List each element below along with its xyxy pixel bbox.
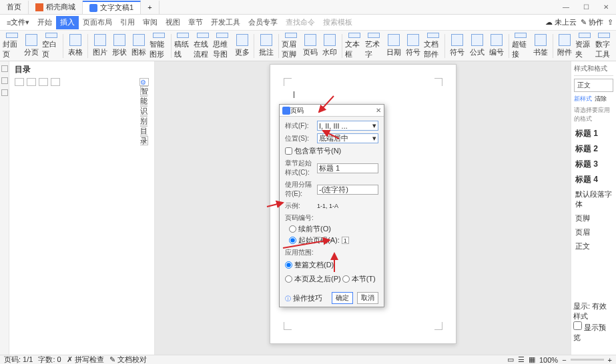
rb-equation[interactable]: 公式 [468,33,486,59]
close-button[interactable]: ✕ [596,3,616,11]
rb-bookmark[interactable]: 书签 [531,33,549,59]
style-h2[interactable]: 标题 2 [574,141,613,157]
nav-t1-icon[interactable] [15,78,24,86]
tab-new[interactable]: + [141,1,159,14]
menu-view[interactable]: 视图 [162,16,184,29]
rb-attach[interactable]: 附件 [556,33,574,59]
menu-searchtpl[interactable]: 搜索模板 [319,16,356,29]
menu-findcmd[interactable]: 查找命令 [282,16,319,29]
style-h1[interactable]: 标题 1 [574,126,613,141]
current-style[interactable]: 正文 [574,79,613,92]
menu-insert[interactable]: 插入 [56,16,79,29]
coop-button[interactable]: ✎ 协作 [581,17,603,27]
style-footer[interactable]: 页脚 [574,211,613,225]
radio-startat[interactable] [289,237,296,244]
rb-date[interactable]: 日期 [384,33,402,59]
nav-t3-icon[interactable] [39,78,48,86]
menu-vip[interactable]: 会员专享 [244,16,282,29]
rb-picture[interactable]: 图片 [91,33,109,59]
start-page-input[interactable] [342,237,349,244]
menu-review[interactable]: 审阅 [139,16,162,29]
rb-watermark[interactable]: 水印 [321,33,339,59]
style-body[interactable]: 正文 [574,239,613,253]
view-web-icon[interactable]: ▦ [529,355,535,364]
styles-hint: 请选择要应用的格式 [574,106,613,123]
rb-icon[interactable]: 图标 [130,33,148,59]
separator-select: -(连字符) [317,185,378,195]
nav-smart-link[interactable]: ⚙ 智能识别目录 [139,78,149,86]
rb-smartart[interactable]: 智能图形 [149,33,168,59]
view-print-icon[interactable]: ▭ [507,355,514,364]
menu-start[interactable]: 开始 [33,16,56,29]
menu-chapter[interactable]: 章节 [184,16,207,29]
tips-link[interactable]: ⓘ 操作技巧 [285,293,322,303]
rb-pagebreak[interactable]: 分页 [22,33,40,59]
window-controls: — ☐ ✕ [556,3,616,11]
rb-shape[interactable]: 形状 [110,33,128,59]
maximize-button[interactable]: ☐ [576,3,596,11]
rb-blank[interactable]: 空白页 [42,33,60,59]
tab-document[interactable]: 文字文稿1 [83,1,141,14]
cloud-status[interactable]: ☁ 未上云 [545,17,577,27]
view-read-icon[interactable]: ☰ [518,355,525,364]
zoom-value[interactable]: 100% [539,356,558,364]
rb-docparts[interactable]: 文档部件 [424,33,442,59]
menu-layout[interactable]: 页面布局 [79,16,116,29]
style-default[interactable]: 默认段落字体 [574,187,613,211]
tab-store[interactable]: 稻壳商城 [29,1,83,14]
menu-ref[interactable]: 引用 [116,16,139,29]
rail-nav-icon[interactable] [1,65,8,72]
dialog-close-icon[interactable]: ✕ [376,107,381,114]
new-style-link[interactable]: 新样式 [574,95,592,103]
radio-continue[interactable] [289,225,296,233]
preview-check[interactable] [573,321,582,330]
doc-icon [89,4,97,12]
radio-from[interactable] [285,275,292,283]
menu-file[interactable]: ≡ 文件 ▾ [3,16,33,29]
rb-resource[interactable]: 资源夹 [575,33,593,59]
clear-style-link[interactable]: 清除 [595,95,607,103]
chapter-checkbox[interactable] [285,147,292,155]
zoom-out-icon[interactable]: − [562,356,566,364]
nav-t2-icon[interactable] [27,78,36,86]
zoom-slider[interactable] [571,359,604,361]
left-rail [0,61,9,355]
rb-numtool[interactable]: 数字工具 [595,33,613,59]
status-words[interactable]: 字数: 0 [38,355,61,364]
cancel-button[interactable]: 取消 [357,292,378,304]
rb-symbol[interactable]: 符号 [404,33,422,59]
rail-select-icon[interactable] [1,77,8,84]
style-header[interactable]: 页眉 [574,225,613,239]
style-select[interactable]: I, II, III ...▾ [317,121,378,131]
position-select[interactable]: 底端居中▾ [317,133,378,143]
rb-gridline[interactable]: 稿纸线 [174,33,192,59]
rb-cover[interactable]: 封面页 [3,33,21,59]
menu-dev[interactable]: 开发工具 [207,16,244,29]
zoom-in-icon[interactable]: + [608,356,612,364]
nav-t4-icon[interactable] [51,78,60,86]
rb-wordart[interactable]: 艺术字 [365,33,383,59]
rb-comment[interactable]: 批注 [257,33,275,59]
rb-more[interactable]: 更多 [233,33,251,59]
rb-textbox[interactable]: 文本框 [345,33,363,59]
status-page[interactable]: 页码: 1/1 [4,355,33,364]
status-spell[interactable]: ✗ 拼写检查 [67,355,104,364]
style-h3[interactable]: 标题 3 [574,157,613,172]
rb-pagenum[interactable]: 页码 [301,33,319,59]
rb-flow[interactable]: 在线流程 [194,33,212,59]
radio-whole[interactable] [285,261,292,269]
style-h4[interactable]: 标题 4 [574,172,613,187]
minimize-button[interactable]: — [556,3,576,11]
rb-number[interactable]: 编号 [487,33,505,59]
rail-hand-icon[interactable] [1,89,8,96]
rb-link[interactable]: 超链接 [512,33,530,59]
ok-button[interactable]: 确定 [332,292,353,304]
share-icon[interactable]: ⇪ [607,18,613,27]
rb-mind[interactable]: 思维导图 [213,33,231,59]
rb-symbol2[interactable]: 符号 [448,33,466,59]
rb-headerfooter[interactable]: 页眉页脚 [282,33,300,59]
tab-home[interactable]: 首页 [0,1,29,14]
radio-this[interactable] [342,275,350,283]
rb-table[interactable]: 表格 [66,33,84,59]
status-docfix[interactable]: ✎ 文档校对 [109,355,147,364]
